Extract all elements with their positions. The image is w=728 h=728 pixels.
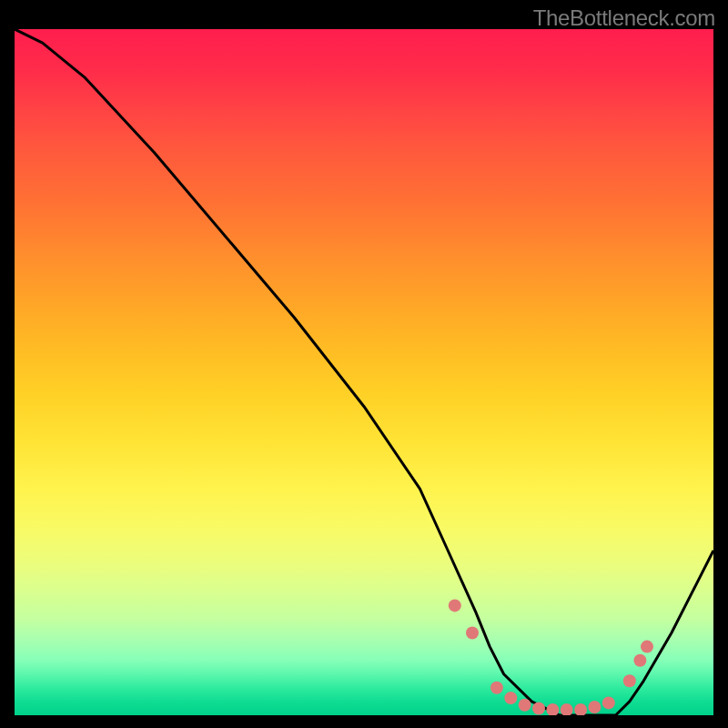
- curve-marker: [602, 696, 615, 709]
- curve-marker: [519, 699, 531, 712]
- curve-marker: [466, 627, 479, 640]
- curve-overlay: [15, 29, 713, 715]
- curve-marker: [532, 703, 545, 715]
- curve-markers: [449, 599, 653, 715]
- curve-marker: [449, 599, 461, 612]
- curve-marker: [561, 703, 573, 715]
- bottleneck-curve: [15, 29, 713, 715]
- curve-marker: [641, 641, 653, 653]
- chart-area: [15, 29, 713, 715]
- attribution-text: TheBottleneck.com: [533, 5, 715, 31]
- curve-marker: [633, 654, 646, 667]
- curve-marker: [504, 692, 517, 704]
- curve-marker: [588, 701, 601, 713]
- curve-marker: [623, 674, 636, 687]
- curve-marker: [574, 703, 587, 715]
- curve-marker: [546, 703, 559, 715]
- curve-marker: [490, 682, 503, 694]
